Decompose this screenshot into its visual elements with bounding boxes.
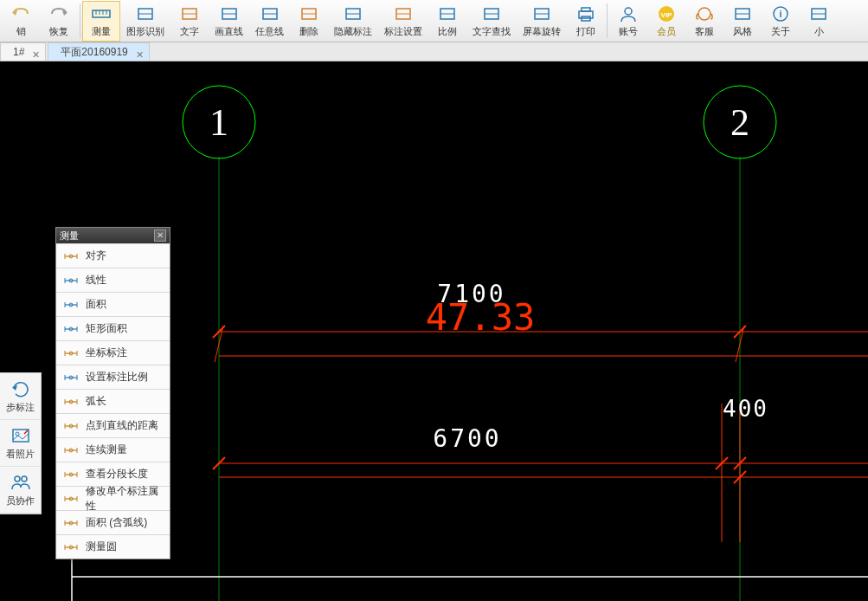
measure-icon	[91, 3, 112, 24]
tool-draw-line[interactable]: 画直线	[209, 1, 249, 42]
free-line-icon	[260, 3, 280, 24]
measure-panel-header[interactable]: 测量 ✕	[56, 228, 170, 243]
svg-rect-0	[93, 10, 110, 17]
area-arc-icon	[63, 516, 79, 530]
measure-segment-length[interactable]: 查看分段长度	[56, 462, 170, 486]
tool-label: 关于	[771, 25, 790, 38]
dock-label: 员协作	[6, 494, 35, 507]
measure-continuous[interactable]: 连续测量	[56, 437, 170, 462]
svg-point-31	[698, 8, 710, 20]
tool-label: 画直线	[215, 25, 243, 38]
draw-line-icon	[219, 3, 240, 24]
tab[interactable]: 平面20160919✕	[48, 42, 149, 61]
measure-edit-annotation[interactable]: 修改单个标注属性	[56, 486, 170, 510]
close-icon[interactable]: ✕	[154, 229, 166, 242]
measure-coord-annotation[interactable]: 坐标标注	[56, 340, 170, 365]
hide-annotation-icon	[343, 3, 363, 24]
linear-icon	[63, 274, 79, 288]
measure-linear[interactable]: 线性	[56, 268, 170, 292]
rect-area-icon	[63, 322, 79, 336]
mini-icon	[808, 3, 829, 24]
measure-panel: 测量 ✕ 对齐线性面积矩形面积坐标标注设置标注比例弧长点到直线的距离连续测量查看…	[55, 227, 170, 559]
tool-label: 标注设置	[384, 25, 422, 38]
tool-label: 文字	[180, 25, 199, 38]
undo-icon	[10, 3, 31, 24]
tool-undo[interactable]: 销	[2, 1, 40, 42]
svg-point-66	[15, 476, 20, 481]
view-photo-icon	[10, 425, 31, 446]
tool-account[interactable]: 账号	[609, 1, 647, 42]
tool-style[interactable]: 风格	[723, 1, 762, 42]
text-icon	[179, 3, 200, 24]
svg-text:i: i	[779, 9, 781, 19]
measure-area-arc[interactable]: 面积 (含弧线)	[56, 510, 170, 534]
tool-screen-rotate[interactable]: 屏幕旋转	[517, 1, 567, 42]
tool-label: 删除	[299, 25, 318, 38]
tool-label: 屏幕旋转	[523, 25, 561, 38]
tab-label: 平面20160919	[61, 46, 127, 58]
dock-sync-annotation[interactable]: 步标注	[0, 373, 41, 420]
delete-icon	[299, 3, 319, 24]
tool-label: 风格	[733, 25, 752, 38]
scale-icon	[437, 3, 458, 24]
menu-label: 修改单个标注属性	[86, 484, 163, 514]
tab[interactable]: 1#✕	[0, 42, 46, 61]
set-scale-icon	[63, 371, 79, 385]
svg-point-67	[22, 476, 27, 481]
tool-measure[interactable]: 测量	[82, 1, 120, 42]
measure-area[interactable]: 面积	[56, 292, 170, 316]
tool-label: 会员	[657, 25, 676, 38]
tool-label: 任意线	[255, 25, 284, 38]
measure-point-to-line[interactable]: 点到直线的距离	[56, 413, 170, 437]
tool-label: 恢复	[49, 25, 68, 38]
tool-label: 文字查找	[473, 25, 511, 38]
tool-vip[interactable]: VIP会员	[647, 1, 685, 42]
align-icon	[63, 249, 79, 263]
menu-label: 查看分段长度	[86, 467, 148, 481]
svg-text:6700: 6700	[433, 424, 501, 453]
menu-label: 坐标标注	[86, 346, 127, 360]
tool-label: 比例	[438, 25, 457, 38]
dock-view-photo[interactable]: 看照片	[0, 420, 41, 467]
tool-support[interactable]: 客服	[685, 1, 723, 42]
tool-hide-annotation[interactable]: 隐藏标注	[328, 1, 378, 42]
annotation-settings-icon	[393, 3, 414, 24]
tool-label: 客服	[695, 25, 714, 38]
svg-text:1: 1	[209, 101, 228, 144]
measure-measure-circle[interactable]: 测量圆	[56, 534, 170, 559]
dock-label: 看照片	[6, 448, 35, 461]
tool-scale[interactable]: 比例	[428, 1, 466, 42]
tool-text[interactable]: 文字	[170, 1, 209, 42]
tool-label: 测量	[92, 25, 111, 38]
tool-redo[interactable]: 恢复	[40, 1, 78, 42]
continuous-icon	[63, 443, 79, 457]
svg-text:7100: 7100	[437, 280, 505, 308]
dock-team-collab[interactable]: 员协作	[0, 467, 41, 514]
style-icon	[732, 3, 753, 24]
measure-rect-area[interactable]: 矩形面积	[56, 316, 170, 340]
svg-point-65	[16, 432, 19, 436]
screen-rotate-icon	[531, 3, 552, 24]
tab-label: 1#	[13, 46, 24, 58]
tool-delete[interactable]: 删除	[290, 1, 328, 42]
measure-arc-length[interactable]: 弧长	[56, 389, 170, 413]
svg-text:400: 400	[723, 396, 768, 422]
dock-label: 步标注	[6, 401, 35, 414]
tool-text-search[interactable]: 文字查找	[466, 1, 517, 42]
tool-label: 打印	[576, 25, 595, 38]
tool-print[interactable]: 打印	[567, 1, 605, 42]
tool-mini[interactable]: 小	[800, 1, 838, 42]
menu-label: 面积	[86, 297, 106, 312]
tool-label: 小	[814, 25, 824, 38]
measure-align[interactable]: 对齐	[56, 243, 170, 268]
tool-free-line[interactable]: 任意线	[249, 1, 290, 42]
tool-about[interactable]: i关于	[762, 1, 800, 42]
redo-icon	[48, 3, 69, 24]
measure-set-scale[interactable]: 设置标注比例	[56, 365, 170, 389]
left-dock: 步标注看照片员协作	[0, 372, 42, 514]
tool-annotation-settings[interactable]: 标注设置	[378, 1, 428, 42]
print-icon	[575, 3, 596, 24]
tool-shape-detect[interactable]: 图形识别	[120, 1, 170, 42]
menu-label: 面积 (含弧线)	[86, 515, 147, 530]
svg-text:VIP: VIP	[661, 11, 673, 19]
